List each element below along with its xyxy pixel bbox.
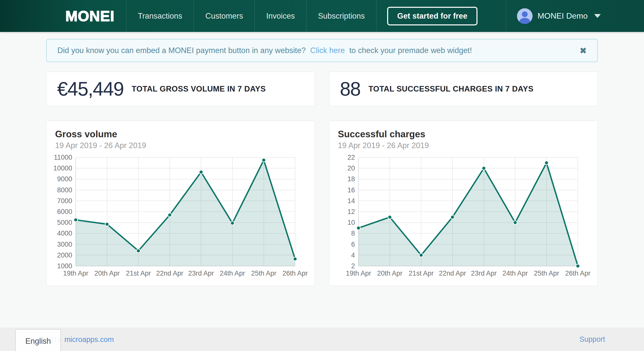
- monei-logo[interactable]: MONEI: [65, 8, 114, 24]
- banner-text-before: Did you know you can embed a MONEI payme…: [57, 46, 306, 55]
- nav-item-subscriptions[interactable]: Subscriptions: [307, 0, 377, 32]
- stats-row: €45,449 TOTAL GROSS VOLUME IN 7 DAYS 88 …: [46, 72, 598, 106]
- gross-volume-value: €45,449: [57, 79, 124, 99]
- svg-text:16: 16: [347, 186, 355, 194]
- svg-text:2: 2: [351, 262, 355, 270]
- close-icon[interactable]: ✖: [580, 47, 587, 55]
- info-banner: Did you know you can embed a MONEI payme…: [46, 39, 598, 62]
- svg-text:23rd Apr: 23rd Apr: [188, 270, 214, 277]
- chart-title: Successful charges: [338, 129, 590, 140]
- svg-text:11000: 11000: [54, 154, 72, 161]
- charts-row: Gross volume 19 Apr 2019 - 26 Apr 2019 1…: [46, 121, 598, 286]
- svg-text:1000: 1000: [57, 262, 72, 270]
- svg-text:4: 4: [351, 251, 355, 259]
- svg-text:22nd Apr: 22nd Apr: [156, 270, 183, 277]
- svg-text:2000: 2000: [57, 251, 72, 259]
- chart-title: Gross volume: [55, 129, 308, 140]
- svg-text:10: 10: [347, 219, 355, 226]
- svg-text:22nd Apr: 22nd Apr: [439, 270, 466, 277]
- svg-text:20: 20: [347, 164, 355, 172]
- svg-text:26th Apr: 26th Apr: [283, 270, 308, 277]
- svg-text:21st Apr: 21st Apr: [409, 270, 434, 277]
- successful-charges-value: 88: [340, 79, 360, 99]
- svg-text:25th Apr: 25th Apr: [251, 270, 276, 277]
- successful-charges-chart: 24681012141618202219th Apr20th Apr21st A…: [336, 153, 590, 278]
- svg-text:23rd Apr: 23rd Apr: [471, 270, 497, 277]
- svg-text:8000: 8000: [57, 186, 72, 194]
- top-nav: MONEI Transactions Customers Invoices Su…: [0, 0, 644, 32]
- svg-text:12: 12: [347, 208, 355, 215]
- banner-text: Did you know you can embed a MONEI payme…: [57, 46, 472, 55]
- svg-text:20th Apr: 20th Apr: [377, 270, 403, 277]
- support-link[interactable]: Support: [579, 335, 605, 343]
- svg-text:3000: 3000: [57, 241, 72, 248]
- chart-date-range: 19 Apr 2019 - 26 Apr 2019: [338, 141, 590, 150]
- banner-click-here-link[interactable]: Click here: [310, 46, 345, 55]
- svg-text:19th Apr: 19th Apr: [63, 270, 89, 277]
- svg-text:24th Apr: 24th Apr: [503, 270, 528, 277]
- svg-text:6000: 6000: [57, 208, 72, 215]
- logo-section: MONEI: [0, 0, 127, 32]
- svg-text:25th Apr: 25th Apr: [534, 270, 559, 277]
- svg-text:21st Apr: 21st Apr: [126, 270, 151, 277]
- gross-volume-stat-card: €45,449 TOTAL GROSS VOLUME IN 7 DAYS: [46, 72, 315, 106]
- svg-text:6: 6: [351, 241, 355, 248]
- svg-text:19th Apr: 19th Apr: [346, 270, 371, 277]
- chart-date-range: 19 Apr 2019 - 26 Apr 2019: [55, 141, 308, 150]
- banner-text-after: to check your premade web widget!: [349, 46, 472, 55]
- user-menu[interactable]: MONEI Demo: [506, 0, 644, 32]
- svg-text:10000: 10000: [54, 164, 72, 172]
- nav-item-transactions[interactable]: Transactions: [127, 0, 194, 32]
- svg-text:18: 18: [347, 175, 355, 183]
- gross-volume-label: TOTAL GROSS VOLUME IN 7 DAYS: [132, 84, 266, 94]
- chevron-down-icon: [594, 14, 601, 18]
- successful-charges-label: TOTAL SUCCESSFUL CHARGES IN 7 DAYS: [369, 84, 534, 94]
- svg-text:4000: 4000: [57, 230, 72, 237]
- svg-text:9000: 9000: [57, 175, 72, 183]
- user-avatar-icon: [517, 8, 533, 24]
- svg-text:22: 22: [347, 154, 355, 161]
- successful-charges-stat-card: 88 TOTAL SUCCESSFUL CHARGES IN 7 DAYS: [329, 72, 598, 106]
- gross-volume-chart-card: Gross volume 19 Apr 2019 - 26 Apr 2019 1…: [46, 121, 315, 286]
- user-name: MONEI Demo: [538, 11, 588, 21]
- svg-text:24th Apr: 24th Apr: [220, 270, 245, 277]
- gross-volume-chart: 1000200030004000500060007000800090001000…: [54, 153, 308, 278]
- svg-text:5000: 5000: [57, 219, 72, 226]
- nav-item-customers[interactable]: Customers: [194, 0, 255, 32]
- svg-text:20th Apr: 20th Apr: [94, 270, 120, 277]
- svg-text:14: 14: [347, 197, 355, 205]
- svg-text:7000: 7000: [57, 197, 72, 205]
- language-label: English: [25, 337, 51, 346]
- successful-charges-chart-card: Successful charges 19 Apr 2019 - 26 Apr …: [329, 121, 598, 286]
- microapps-link[interactable]: microapps.com: [64, 335, 114, 343]
- footer: ©2019microapps.com English Support: [0, 328, 644, 351]
- language-selector[interactable]: English: [15, 329, 61, 351]
- get-started-button[interactable]: Get started for free: [387, 7, 477, 25]
- svg-text:26th Apr: 26th Apr: [565, 270, 590, 277]
- svg-text:8: 8: [351, 230, 355, 237]
- nav-item-invoices[interactable]: Invoices: [255, 0, 307, 32]
